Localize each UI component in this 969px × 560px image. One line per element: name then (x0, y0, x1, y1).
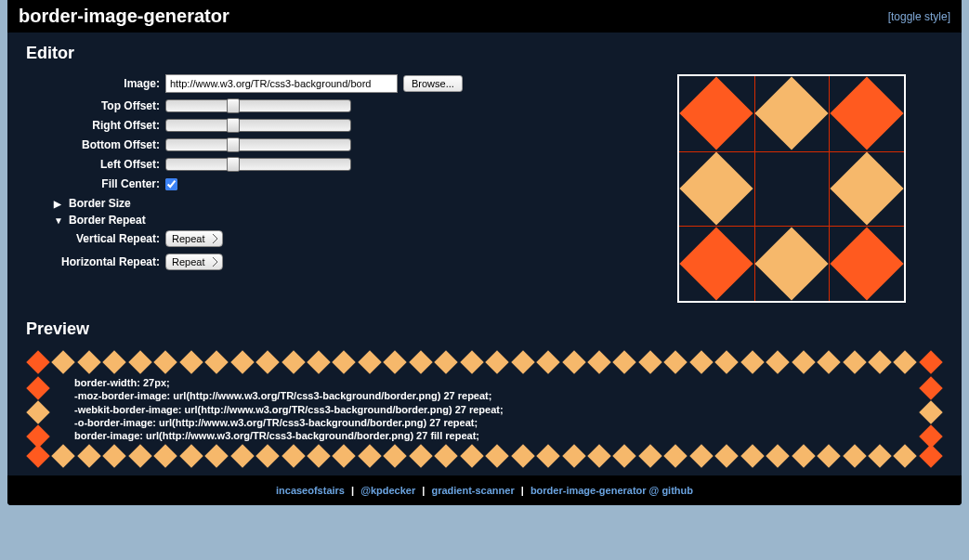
css-line: -moz-border-image: url(http://www.w3.org… (74, 389, 917, 402)
diamond-icon (754, 227, 828, 300)
css-line: -o-border-image: url(http://www.w3.org/T… (74, 416, 917, 429)
header-bar: border-image-generator [toggle style] (7, 0, 962, 33)
css-line: border-width: 27px; (74, 376, 917, 389)
slider-top-offset[interactable] (165, 99, 351, 112)
main-area: Editor Image: Browse... Top Offset: Righ… (7, 33, 962, 475)
footer-link[interactable]: border-image-generator @ github (530, 485, 693, 496)
toggle-style-link[interactable]: [toggle style] (888, 10, 950, 23)
diamond-icon (680, 77, 753, 150)
separator: | (422, 485, 427, 496)
diamond-icon (680, 227, 753, 300)
row-top-offset: Top Offset: (26, 99, 472, 112)
image-preview-area (509, 74, 943, 303)
css-line: -webkit-border-image: url(http://www.w3.… (74, 403, 917, 416)
slider-thumb[interactable] (227, 98, 240, 113)
separator: | (351, 485, 357, 496)
caret-right-icon: ▶ (54, 199, 63, 209)
browse-button[interactable]: Browse... (403, 75, 463, 92)
label-top-offset: Top Offset: (26, 99, 165, 112)
footer-link[interactable]: incaseofstairs (276, 485, 345, 496)
horizontal-repeat-select[interactable]: Repeat (165, 254, 223, 270)
label-vertical-repeat: Vertical Repeat: (26, 232, 165, 245)
diamond-icon (830, 151, 903, 225)
css-lines: border-width: 27px; -moz-border-image: u… (52, 376, 917, 442)
row-fill-center: Fill Center: (26, 177, 472, 190)
label-bottom-offset: Bottom Offset: (26, 138, 165, 151)
tree-border-size[interactable]: ▶ Border Size (54, 197, 472, 210)
preview-section: Preview border-width: 27px; -moz-border-… (26, 319, 943, 468)
border-image-preview (677, 74, 906, 303)
separator: | (521, 485, 527, 496)
vertical-repeat-select[interactable]: Repeat (165, 230, 223, 247)
editor-area: Image: Browse... Top Offset: Right Offse… (26, 74, 943, 303)
label-right-offset: Right Offset: (26, 119, 165, 132)
css-line: border-image: url(http://www.w3.org/TR/c… (74, 429, 917, 442)
controls-panel: Image: Browse... Top Offset: Right Offse… (26, 74, 472, 277)
tree-border-repeat[interactable]: ▼ Border Repeat (54, 214, 472, 227)
slider-thumb[interactable] (227, 118, 240, 133)
app-container: border-image-generator [toggle style] Ed… (7, 0, 962, 505)
caret-down-icon: ▼ (54, 215, 63, 226)
row-bottom-offset: Bottom Offset: (26, 138, 472, 151)
slider-bottom-offset[interactable] (165, 138, 351, 151)
diamond-icon (754, 77, 828, 150)
editor-heading: Editor (26, 44, 943, 63)
row-image: Image: Browse... (26, 74, 472, 93)
slider-right-offset[interactable] (165, 119, 351, 132)
diamond-icon (680, 151, 753, 225)
preview-heading: Preview (26, 319, 943, 339)
diamond-icon (830, 77, 903, 150)
footer: incaseofstairs | @kpdecker | gradient-sc… (7, 475, 962, 505)
tree-label-border-size: Border Size (69, 197, 131, 210)
row-right-offset: Right Offset: (26, 119, 472, 132)
label-horizontal-repeat: Horizontal Repeat: (26, 255, 165, 268)
slider-thumb[interactable] (227, 137, 240, 152)
label-fill-center: Fill Center: (26, 177, 165, 190)
label-left-offset: Left Offset: (26, 158, 165, 171)
image-url-input[interactable] (165, 74, 398, 93)
footer-link[interactable]: gradient-scanner (431, 485, 514, 496)
fill-center-checkbox[interactable] (165, 178, 177, 190)
footer-link[interactable]: @kpdecker (360, 485, 415, 496)
css-output-box: border-width: 27px; -moz-border-image: u… (26, 350, 943, 468)
row-horizontal-repeat: Horizontal Repeat: Repeat (26, 254, 472, 270)
app-title: border-image-generator (19, 6, 229, 27)
diamond-icon (830, 227, 903, 300)
label-image: Image: (26, 77, 165, 90)
row-vertical-repeat: Vertical Repeat: Repeat (26, 230, 472, 247)
row-left-offset: Left Offset: (26, 158, 472, 171)
slider-thumb[interactable] (227, 157, 240, 172)
tree-label-border-repeat: Border Repeat (69, 214, 146, 227)
slider-left-offset[interactable] (165, 158, 351, 171)
